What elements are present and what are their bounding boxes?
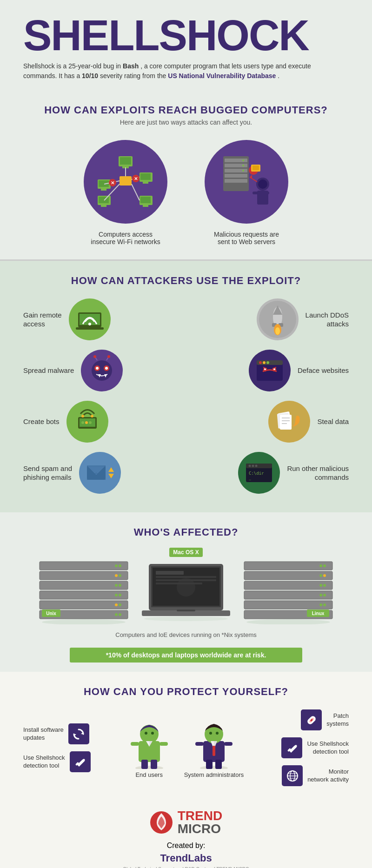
deface-svg (251, 352, 288, 389)
detection-tool-label-left: Use Shellshockdetection tool (23, 754, 65, 770)
refresh-icon (72, 728, 85, 741)
protect-content: Install softwareupdates Use Shellshockde… (23, 709, 349, 786)
attackers-title: HOW CAN ATTACKERS USE THE EXPLOIT? (23, 275, 349, 287)
detection-tool-item-right: Use Shellshockdetection tool (281, 737, 349, 758)
wrench-icon (73, 755, 86, 769)
svg-point-183 (209, 732, 212, 735)
svg-rect-39 (264, 192, 269, 194)
svg-rect-116 (40, 591, 128, 599)
svg-text:C:\dir: C:\dir (249, 471, 264, 476)
svg-rect-51 (76, 327, 104, 330)
svg-point-89 (81, 415, 84, 417)
exploit-item-server: ✕ Malicious requests are sent to Web ser… (205, 140, 288, 245)
attackers-section: HOW CAN ATTACKERS USE THE EXPLOIT? Gain … (0, 261, 372, 512)
svg-point-60 (92, 360, 112, 381)
svg-rect-2 (120, 157, 131, 165)
svg-rect-191 (215, 760, 222, 769)
svg-point-173 (151, 732, 154, 735)
svg-rect-32 (225, 179, 247, 183)
intro-part4: . (278, 72, 279, 80)
svg-rect-16 (120, 176, 132, 186)
svg-point-111 (252, 465, 254, 467)
svg-point-87 (85, 421, 88, 424)
svg-point-153 (319, 574, 322, 577)
intro-text: Shellshock is a 25-year-old bug in Bash … (23, 61, 326, 81)
deface-icon (249, 350, 291, 391)
svg-point-152 (323, 564, 326, 567)
svg-rect-12 (101, 205, 106, 207)
svg-point-171 (140, 725, 159, 743)
exploits-title: HOW CAN EXPLOITS REACH BUGGED COMPUTERS? (23, 104, 349, 116)
linux-server-svg: Linux (242, 559, 335, 624)
exploit-item-wifi: ✕ ✕ Computers access insecure Wi-Fi netw… (84, 140, 167, 245)
svg-point-119 (115, 564, 118, 567)
svg-rect-149 (244, 601, 332, 609)
bandage-icon (305, 714, 318, 727)
svg-point-122 (119, 574, 121, 577)
svg-point-143 (177, 578, 195, 596)
svg-point-126 (119, 594, 121, 596)
svg-point-121 (115, 574, 118, 577)
linux-server: Linux (242, 559, 335, 624)
remote-svg (71, 301, 108, 338)
svg-point-180 (200, 766, 228, 769)
bots-icon (66, 401, 108, 443)
svg-point-158 (323, 594, 326, 596)
trend-micro-icon (150, 811, 173, 834)
footer-section: TREND MICRO Created by: TrendLabs Global… (0, 800, 372, 868)
svg-point-86 (81, 421, 84, 424)
ddos-svg (259, 301, 296, 338)
severity-rating: 10/10 (82, 72, 98, 80)
server-svg: ✕ (212, 147, 281, 217)
attack-grid: Gain remoteaccess Launch DDoSattacks (23, 298, 349, 494)
svg-point-157 (319, 594, 322, 596)
end-user-label: End users (135, 771, 163, 778)
svg-point-144 (144, 616, 228, 621)
svg-rect-6 (101, 189, 106, 191)
detection-tool-icon-left (70, 751, 91, 772)
malware-icon (81, 350, 123, 391)
patch-systems-label: Patchsystems (326, 712, 349, 728)
sysadmin-svg (193, 718, 235, 769)
exploit-label-wifi: Computers access insecure Wi-Fi networks (91, 231, 160, 245)
svg-point-127 (115, 603, 118, 606)
unix-server: Unix (37, 559, 130, 624)
bots-svg (69, 403, 106, 440)
svg-point-70 (107, 355, 110, 358)
svg-rect-147 (244, 581, 332, 590)
svg-rect-38 (252, 192, 258, 194)
steal-svg (271, 403, 308, 440)
svg-point-34 (242, 165, 244, 166)
globe-icon (286, 769, 299, 782)
svg-rect-190 (206, 760, 213, 769)
svg-rect-94 (280, 415, 292, 430)
svg-point-120 (119, 564, 121, 567)
svg-rect-148 (244, 591, 332, 599)
attack-label-remote: Gain remoteaccess (23, 311, 62, 329)
svg-text:✕: ✕ (111, 180, 114, 186)
protect-center: End users (128, 718, 244, 778)
intro-part3: severity rating from the (100, 72, 166, 80)
svg-point-125 (115, 594, 118, 596)
svg-rect-31 (225, 174, 247, 178)
end-user-actions: Install softwareupdates Use Shellshockde… (23, 723, 91, 772)
svg-point-172 (145, 732, 147, 735)
svg-rect-177 (159, 742, 168, 746)
svg-point-76 (266, 361, 269, 364)
attack-item-commands: Run other maliciouscommands C:\dir _ (191, 452, 349, 494)
attack-label-ddos: Launch DDoSattacks (306, 311, 349, 329)
svg-point-184 (216, 732, 219, 735)
attack-label-spam: Send spam andphishing emails (23, 464, 72, 482)
risk-banner-wrapper: *10% of desktops and laptops worldwide a… (23, 643, 349, 663)
svg-point-58 (275, 327, 280, 335)
sysadmin-actions: Patchsystems Use Shellshockdetection too… (281, 709, 349, 786)
nvd-link: US National Vulnerability Database (168, 72, 276, 80)
svg-point-123 (115, 584, 118, 587)
attack-label-commands: Run other maliciouscommands (287, 464, 349, 482)
detection-tool-icon-right (281, 737, 302, 758)
header-section: SHELLSHOCK Shellshock is a 25-year-old b… (0, 0, 372, 90)
attack-item-steal: Steal data (191, 401, 349, 443)
trendlabs-text: TrendLabs (160, 852, 212, 864)
attack-item-bots: Create bots (23, 401, 181, 443)
ddos-icon (257, 298, 299, 340)
